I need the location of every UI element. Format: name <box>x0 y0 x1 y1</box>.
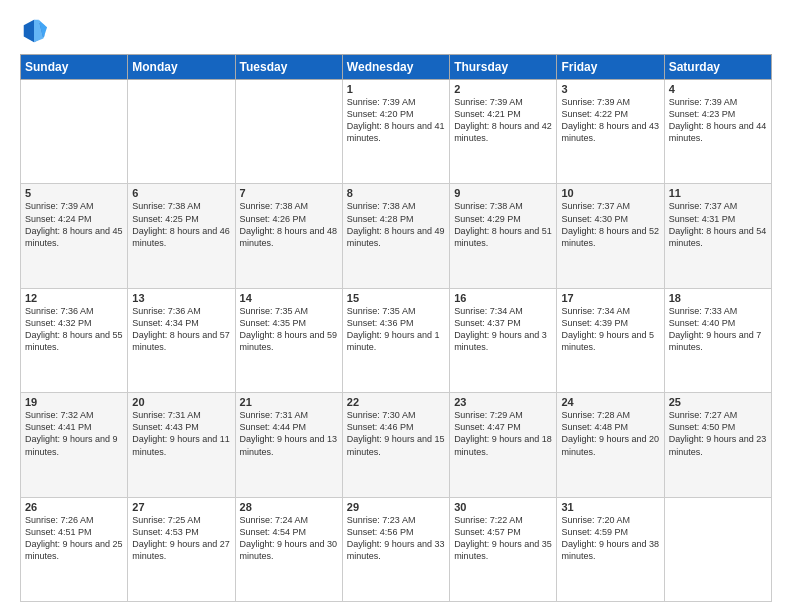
calendar-cell: 8Sunrise: 7:38 AM Sunset: 4:28 PM Daylig… <box>342 184 449 288</box>
calendar-cell: 1Sunrise: 7:39 AM Sunset: 4:20 PM Daylig… <box>342 80 449 184</box>
calendar-cell: 19Sunrise: 7:32 AM Sunset: 4:41 PM Dayli… <box>21 393 128 497</box>
day-number: 18 <box>669 292 767 304</box>
day-number: 9 <box>454 187 552 199</box>
cell-content: Sunrise: 7:37 AM Sunset: 4:30 PM Dayligh… <box>561 200 659 249</box>
day-header-saturday: Saturday <box>664 55 771 80</box>
calendar-cell: 20Sunrise: 7:31 AM Sunset: 4:43 PM Dayli… <box>128 393 235 497</box>
day-number: 13 <box>132 292 230 304</box>
day-number: 16 <box>454 292 552 304</box>
cell-content: Sunrise: 7:39 AM Sunset: 4:20 PM Dayligh… <box>347 96 445 145</box>
day-number: 22 <box>347 396 445 408</box>
cell-content: Sunrise: 7:26 AM Sunset: 4:51 PM Dayligh… <box>25 514 123 563</box>
calendar-week-row: 1Sunrise: 7:39 AM Sunset: 4:20 PM Daylig… <box>21 80 772 184</box>
day-header-sunday: Sunday <box>21 55 128 80</box>
day-number: 25 <box>669 396 767 408</box>
calendar-cell <box>664 497 771 601</box>
calendar-cell <box>235 80 342 184</box>
cell-content: Sunrise: 7:25 AM Sunset: 4:53 PM Dayligh… <box>132 514 230 563</box>
calendar-cell: 6Sunrise: 7:38 AM Sunset: 4:25 PM Daylig… <box>128 184 235 288</box>
day-number: 23 <box>454 396 552 408</box>
calendar-cell: 25Sunrise: 7:27 AM Sunset: 4:50 PM Dayli… <box>664 393 771 497</box>
cell-content: Sunrise: 7:31 AM Sunset: 4:44 PM Dayligh… <box>240 409 338 458</box>
day-number: 2 <box>454 83 552 95</box>
cell-content: Sunrise: 7:24 AM Sunset: 4:54 PM Dayligh… <box>240 514 338 563</box>
calendar: SundayMondayTuesdayWednesdayThursdayFrid… <box>20 54 772 602</box>
cell-content: Sunrise: 7:28 AM Sunset: 4:48 PM Dayligh… <box>561 409 659 458</box>
cell-content: Sunrise: 7:38 AM Sunset: 4:29 PM Dayligh… <box>454 200 552 249</box>
calendar-cell: 17Sunrise: 7:34 AM Sunset: 4:39 PM Dayli… <box>557 288 664 392</box>
calendar-cell: 11Sunrise: 7:37 AM Sunset: 4:31 PM Dayli… <box>664 184 771 288</box>
calendar-cell: 31Sunrise: 7:20 AM Sunset: 4:59 PM Dayli… <box>557 497 664 601</box>
day-number: 4 <box>669 83 767 95</box>
calendar-cell: 15Sunrise: 7:35 AM Sunset: 4:36 PM Dayli… <box>342 288 449 392</box>
calendar-cell: 12Sunrise: 7:36 AM Sunset: 4:32 PM Dayli… <box>21 288 128 392</box>
day-number: 3 <box>561 83 659 95</box>
calendar-cell: 26Sunrise: 7:26 AM Sunset: 4:51 PM Dayli… <box>21 497 128 601</box>
cell-content: Sunrise: 7:39 AM Sunset: 4:24 PM Dayligh… <box>25 200 123 249</box>
header <box>20 16 772 44</box>
calendar-cell: 22Sunrise: 7:30 AM Sunset: 4:46 PM Dayli… <box>342 393 449 497</box>
calendar-cell: 27Sunrise: 7:25 AM Sunset: 4:53 PM Dayli… <box>128 497 235 601</box>
cell-content: Sunrise: 7:39 AM Sunset: 4:21 PM Dayligh… <box>454 96 552 145</box>
cell-content: Sunrise: 7:32 AM Sunset: 4:41 PM Dayligh… <box>25 409 123 458</box>
day-header-wednesday: Wednesday <box>342 55 449 80</box>
day-number: 21 <box>240 396 338 408</box>
cell-content: Sunrise: 7:38 AM Sunset: 4:28 PM Dayligh… <box>347 200 445 249</box>
calendar-week-row: 19Sunrise: 7:32 AM Sunset: 4:41 PM Dayli… <box>21 393 772 497</box>
day-header-monday: Monday <box>128 55 235 80</box>
calendar-cell: 21Sunrise: 7:31 AM Sunset: 4:44 PM Dayli… <box>235 393 342 497</box>
calendar-cell: 24Sunrise: 7:28 AM Sunset: 4:48 PM Dayli… <box>557 393 664 497</box>
cell-content: Sunrise: 7:31 AM Sunset: 4:43 PM Dayligh… <box>132 409 230 458</box>
cell-content: Sunrise: 7:36 AM Sunset: 4:32 PM Dayligh… <box>25 305 123 354</box>
day-number: 15 <box>347 292 445 304</box>
cell-content: Sunrise: 7:35 AM Sunset: 4:36 PM Dayligh… <box>347 305 445 354</box>
day-number: 27 <box>132 501 230 513</box>
day-number: 12 <box>25 292 123 304</box>
calendar-cell: 10Sunrise: 7:37 AM Sunset: 4:30 PM Dayli… <box>557 184 664 288</box>
calendar-cell: 13Sunrise: 7:36 AM Sunset: 4:34 PM Dayli… <box>128 288 235 392</box>
calendar-cell <box>128 80 235 184</box>
calendar-week-row: 12Sunrise: 7:36 AM Sunset: 4:32 PM Dayli… <box>21 288 772 392</box>
calendar-cell: 30Sunrise: 7:22 AM Sunset: 4:57 PM Dayli… <box>450 497 557 601</box>
page: SundayMondayTuesdayWednesdayThursdayFrid… <box>0 0 792 612</box>
cell-content: Sunrise: 7:29 AM Sunset: 4:47 PM Dayligh… <box>454 409 552 458</box>
calendar-cell: 16Sunrise: 7:34 AM Sunset: 4:37 PM Dayli… <box>450 288 557 392</box>
day-number: 17 <box>561 292 659 304</box>
cell-content: Sunrise: 7:34 AM Sunset: 4:39 PM Dayligh… <box>561 305 659 354</box>
day-number: 1 <box>347 83 445 95</box>
calendar-cell: 23Sunrise: 7:29 AM Sunset: 4:47 PM Dayli… <box>450 393 557 497</box>
calendar-cell: 4Sunrise: 7:39 AM Sunset: 4:23 PM Daylig… <box>664 80 771 184</box>
calendar-cell: 28Sunrise: 7:24 AM Sunset: 4:54 PM Dayli… <box>235 497 342 601</box>
day-number: 14 <box>240 292 338 304</box>
day-number: 7 <box>240 187 338 199</box>
day-header-tuesday: Tuesday <box>235 55 342 80</box>
logo-icon <box>20 16 48 44</box>
logo <box>20 16 52 44</box>
day-number: 28 <box>240 501 338 513</box>
cell-content: Sunrise: 7:36 AM Sunset: 4:34 PM Dayligh… <box>132 305 230 354</box>
cell-content: Sunrise: 7:20 AM Sunset: 4:59 PM Dayligh… <box>561 514 659 563</box>
day-number: 6 <box>132 187 230 199</box>
day-number: 30 <box>454 501 552 513</box>
calendar-week-row: 5Sunrise: 7:39 AM Sunset: 4:24 PM Daylig… <box>21 184 772 288</box>
cell-content: Sunrise: 7:27 AM Sunset: 4:50 PM Dayligh… <box>669 409 767 458</box>
cell-content: Sunrise: 7:39 AM Sunset: 4:22 PM Dayligh… <box>561 96 659 145</box>
calendar-cell: 14Sunrise: 7:35 AM Sunset: 4:35 PM Dayli… <box>235 288 342 392</box>
calendar-cell: 5Sunrise: 7:39 AM Sunset: 4:24 PM Daylig… <box>21 184 128 288</box>
calendar-cell: 2Sunrise: 7:39 AM Sunset: 4:21 PM Daylig… <box>450 80 557 184</box>
calendar-week-row: 26Sunrise: 7:26 AM Sunset: 4:51 PM Dayli… <box>21 497 772 601</box>
cell-content: Sunrise: 7:39 AM Sunset: 4:23 PM Dayligh… <box>669 96 767 145</box>
day-number: 5 <box>25 187 123 199</box>
cell-content: Sunrise: 7:38 AM Sunset: 4:26 PM Dayligh… <box>240 200 338 249</box>
cell-content: Sunrise: 7:35 AM Sunset: 4:35 PM Dayligh… <box>240 305 338 354</box>
calendar-header-row: SundayMondayTuesdayWednesdayThursdayFrid… <box>21 55 772 80</box>
day-number: 8 <box>347 187 445 199</box>
day-number: 20 <box>132 396 230 408</box>
day-header-thursday: Thursday <box>450 55 557 80</box>
cell-content: Sunrise: 7:34 AM Sunset: 4:37 PM Dayligh… <box>454 305 552 354</box>
cell-content: Sunrise: 7:33 AM Sunset: 4:40 PM Dayligh… <box>669 305 767 354</box>
day-number: 29 <box>347 501 445 513</box>
calendar-cell: 9Sunrise: 7:38 AM Sunset: 4:29 PM Daylig… <box>450 184 557 288</box>
day-number: 19 <box>25 396 123 408</box>
calendar-cell <box>21 80 128 184</box>
